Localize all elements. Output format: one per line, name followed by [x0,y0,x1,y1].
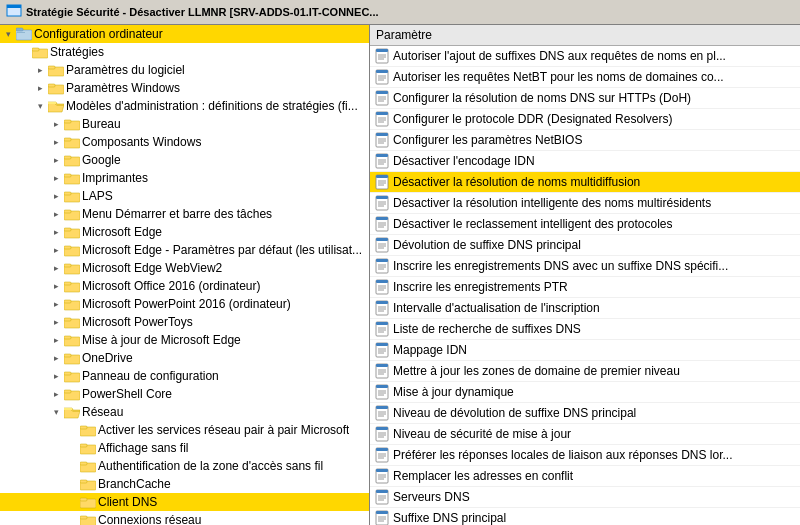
list-row-configurer-resolution-dns[interactable]: Configurer la résolution de noms DNS sur… [370,88,800,109]
policy-icon [374,195,390,211]
svg-rect-57 [80,480,87,483]
expand-btn-branchcache[interactable] [64,476,80,492]
expand-btn-connexions-reseau[interactable] [64,512,80,525]
tree-item-config-ordinateur[interactable]: ▾ Configuration ordinateur [0,25,369,43]
policy-icon [374,405,390,421]
tree-label-composants-windows: Composants Windows [82,135,201,149]
expand-btn-microsoft-edge-webview2[interactable]: ▸ [48,260,64,276]
tree-item-branchcache[interactable]: BranchCache [0,475,369,493]
expand-btn-microsoft-edge-params[interactable]: ▸ [48,242,64,258]
expand-btn-panneau-config[interactable]: ▸ [48,368,64,384]
expand-btn-affichage-sans-fil[interactable] [64,440,80,456]
expand-btn-activer-services[interactable] [64,422,80,438]
folder-icon-auth-zone [80,459,96,473]
list-row-desactiver-encodage-idn[interactable]: Désactiver l'encodage IDNNon con [370,151,800,172]
list-row-intervalle-actualisation[interactable]: Intervalle d'actualisation de l'inscript… [370,298,800,319]
tree-item-microsoft-edge-params[interactable]: ▸ Microsoft Edge - Paramètres par défaut… [0,241,369,259]
svg-rect-108 [376,238,388,241]
list-row-desactiver-reclassement[interactable]: Désactiver le reclassement intelligent d… [370,214,800,235]
tree-item-menu-demarrer[interactable]: ▸ Menu Démarrer et barre des tâches [0,205,369,223]
tree-item-strategies[interactable]: Stratégies [0,43,369,61]
tree-item-composants-windows[interactable]: ▸ Composants Windows [0,133,369,151]
tree-item-parametres-windows[interactable]: ▸ Paramètres Windows [0,79,369,97]
list-row-inscrire-enregistrements-dns[interactable]: Inscrire les enregistrements DNS avec un… [370,256,800,277]
svg-rect-148 [376,406,388,409]
list-row-niveau-securite-mise-a-jour[interactable]: Niveau de sécurité de mise à jourNon con [370,424,800,445]
policy-icon [374,279,390,295]
tree-item-client-dns[interactable]: Client DNS [0,493,369,511]
tree-item-ms-update[interactable]: ▸ Mise à jour de Microsoft Edge [0,331,369,349]
list-row-mappage-idn[interactable]: Mappage IDNNon con [370,340,800,361]
tree-item-google[interactable]: ▸ Google [0,151,369,169]
expand-btn-auth-zone[interactable] [64,458,80,474]
tree-item-ms-powerpoint-2016[interactable]: ▸ Microsoft PowerPoint 2016 (ordinateur) [0,295,369,313]
folder-icon-google [64,153,80,167]
list-row-preferer-reponses-locales[interactable]: Préférer les réponses locales de liaison… [370,445,800,466]
expand-btn-composants-windows[interactable]: ▸ [48,134,64,150]
list-row-suffixe-dns-principal[interactable]: Suffixe DNS principalNon con [370,508,800,525]
list-row-remplacer-adresses-conflit[interactable]: Remplacer les adresses en conflitNon con [370,466,800,487]
title-icon [6,3,22,21]
tree-item-connexions-reseau[interactable]: Connexions réseau [0,511,369,525]
list-panel[interactable]: Paramètre État Autoriser l'ajout de suff… [370,25,800,525]
list-row-niveau-devolution-suffixe[interactable]: Niveau de dévolution de suffixe DNS prin… [370,403,800,424]
folder-icon-microsoft-edge-webview2 [64,261,80,275]
tree-item-ms-office-2016[interactable]: ▸ Microsoft Office 2016 (ordinateur) [0,277,369,295]
policy-icon [374,447,390,463]
list-row-inscrire-enregistrements-ptr[interactable]: Inscrire les enregistrements PTRNon con [370,277,800,298]
tree-item-microsoft-edge[interactable]: ▸ Microsoft Edge [0,223,369,241]
list-row-mettre-a-jour-zones[interactable]: Mettre à jour les zones de domaine de pr… [370,361,800,382]
list-row-configurer-params-netbios[interactable]: Configurer les paramètres NetBIOSNon con [370,130,800,151]
expand-btn-ms-office-2016[interactable]: ▸ [48,278,64,294]
expand-btn-laps[interactable]: ▸ [48,188,64,204]
list-row-mise-a-jour-dynamique[interactable]: Mise à jour dynamiqueNon con [370,382,800,403]
expand-btn-powershell-core[interactable]: ▸ [48,386,64,402]
expand-btn-ms-powertoys[interactable]: ▸ [48,314,64,330]
tree-item-activer-services[interactable]: Activer les services réseau pair à pair … [0,421,369,439]
policy-icon [374,321,390,337]
list-row-autoriser-requetes-netbt[interactable]: Autoriser les requêtes NetBT pour les no… [370,67,800,88]
expand-btn-ms-update[interactable]: ▸ [48,332,64,348]
tree-item-laps[interactable]: ▸ LAPS [0,187,369,205]
tree-item-microsoft-edge-webview2[interactable]: ▸ Microsoft Edge WebView2 [0,259,369,277]
expand-btn-modeles-admin[interactable]: ▾ [32,98,48,114]
expand-btn-bureau[interactable]: ▸ [48,116,64,132]
tree-item-ms-powertoys[interactable]: ▸ Microsoft PowerToys [0,313,369,331]
svg-rect-20 [64,156,71,159]
expand-btn-parametres-logiciel[interactable]: ▸ [32,62,48,78]
list-row-serveurs-dns[interactable]: Serveurs DNSNon con [370,487,800,508]
expand-btn-menu-demarrer[interactable]: ▸ [48,206,64,222]
tree-item-powershell-core[interactable]: ▸ PowerShell Core [0,385,369,403]
expand-btn-parametres-windows[interactable]: ▸ [32,80,48,96]
tree-item-parametres-logiciel[interactable]: ▸ Paramètres du logiciel [0,61,369,79]
expand-btn-strategies[interactable] [16,44,32,60]
tree-label-microsoft-edge-webview2: Microsoft Edge WebView2 [82,261,222,275]
expand-btn-google[interactable]: ▸ [48,152,64,168]
tree-item-affichage-sans-fil[interactable]: Affichage sans fil [0,439,369,457]
list-row-desactiver-resolution-multidiffusion[interactable]: Désactiver la résolution de noms multidi… [370,172,800,193]
svg-rect-46 [64,390,71,393]
list-row-desactiver-resolution-intelligente[interactable]: Désactiver la résolution intelligente de… [370,193,800,214]
expand-btn-onedrive[interactable]: ▸ [48,350,64,366]
tree-item-auth-zone[interactable]: Authentification de la zone d'accès sans… [0,457,369,475]
expand-btn-reseau[interactable]: ▾ [48,404,64,420]
list-row-devolution-suffixe[interactable]: Dévolution de suffixe DNS principalNon c… [370,235,800,256]
svg-rect-32 [64,264,71,267]
folder-icon-client-dns [80,495,96,509]
tree-item-reseau[interactable]: ▾ Réseau [0,403,369,421]
tree-item-panneau-config[interactable]: ▸ Panneau de configuration [0,367,369,385]
tree-panel[interactable]: ▾ Configuration ordinateur Stratégies▸ P… [0,25,370,525]
list-row-configurer-protocole-ddr[interactable]: Configurer le protocole DDR (Designated … [370,109,800,130]
expand-btn-config-ordinateur[interactable]: ▾ [0,26,16,42]
list-row-liste-recherche-suffixes[interactable]: Liste de recherche de suffixes DNSNon co… [370,319,800,340]
expand-btn-microsoft-edge[interactable]: ▸ [48,224,64,240]
tree-item-onedrive[interactable]: ▸ OneDrive [0,349,369,367]
tree-item-modeles-admin[interactable]: ▾ Modèles d'administration : définitions… [0,97,369,115]
list-row-autoriser-ajout-suffixes[interactable]: Autoriser l'ajout de suffixes DNS aux re… [370,46,800,67]
expand-btn-imprimantes[interactable]: ▸ [48,170,64,186]
svg-rect-7 [32,48,39,51]
tree-item-imprimantes[interactable]: ▸ Imprimantes [0,169,369,187]
expand-btn-client-dns[interactable] [64,494,80,510]
expand-btn-ms-powerpoint-2016[interactable]: ▸ [48,296,64,312]
tree-item-bureau[interactable]: ▸ Bureau [0,115,369,133]
